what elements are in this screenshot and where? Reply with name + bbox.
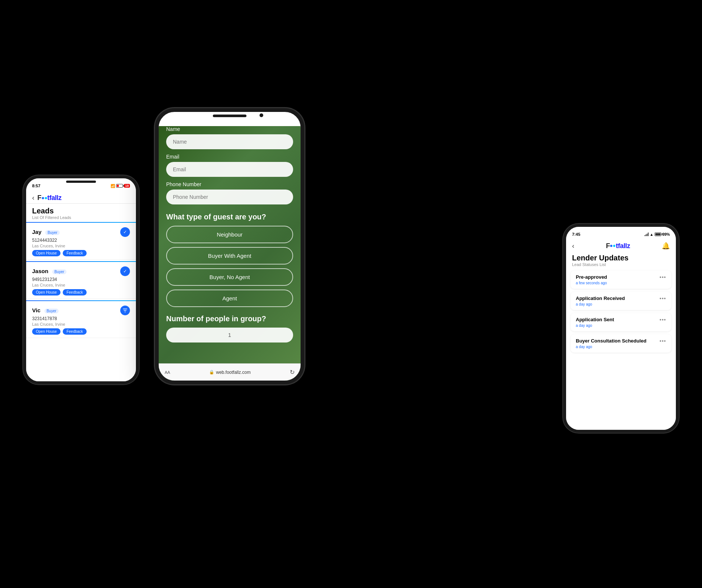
lead-name: Jason: [32, 268, 48, 274]
email-input[interactable]: [166, 162, 293, 177]
tag-open-house[interactable]: Open House: [32, 328, 60, 335]
leads-heading: Leads: [32, 207, 130, 215]
leads-subtitle: List Of Filtered Leads: [32, 215, 130, 220]
status-name: Pre-approved: [576, 274, 659, 280]
wifi-icon: ▲: [650, 232, 653, 237]
lead-location: Las Cruces, Irvine: [32, 283, 130, 287]
phone-label: Phone Number: [166, 181, 293, 187]
guest-type-title: What type of guest are you?: [166, 213, 293, 221]
status-item[interactable]: Application Sent a day ago •••: [571, 313, 671, 331]
verified-icon: [120, 306, 130, 315]
lead-phone: 5124443322: [32, 238, 130, 243]
lead-location: Las Cruces, Irvine: [32, 322, 130, 326]
group-title: Number of people in group?: [166, 315, 293, 323]
lead-location: Las Cruces, Irvine: [32, 244, 130, 248]
lead-name: Jay: [32, 229, 41, 235]
battery-icon: [116, 184, 123, 188]
lead-name: Vic: [32, 307, 40, 313]
left-status-icons: 📶 18: [111, 184, 130, 188]
right-time: 7:45: [572, 232, 580, 237]
status-name: Application Received: [576, 295, 659, 301]
back-button[interactable]: ‹: [32, 194, 34, 202]
lender-subtitle: Lead Statuses List: [572, 262, 670, 267]
lead-phone: 9491231234: [32, 277, 130, 282]
leads-divider: [26, 222, 136, 223]
leads-title-section: Leads List Of Filtered Leads: [26, 204, 136, 220]
lead-phone: 3231417878: [32, 316, 130, 321]
tag-open-house[interactable]: Open House: [32, 289, 60, 295]
signal-bars-icon: [274, 121, 278, 125]
group-input[interactable]: [166, 328, 293, 343]
tag-feedback[interactable]: Feedback: [63, 328, 87, 335]
status-item-left: Buyer Consultation Scheduled a day ago: [576, 338, 659, 349]
right-phone: 7:45 ▲ 99% ‹ F tfallz 🔔: [563, 224, 679, 433]
status-item-left: Application Received a day ago: [576, 295, 659, 306]
footfallz-logo: F tfallz: [606, 242, 630, 250]
name-input[interactable]: [166, 134, 293, 149]
battery-icon: [655, 232, 661, 236]
right-screen: ‹ F tfallz 🔔 Lender Updates Lead Statuse…: [566, 240, 676, 430]
verified-icon: ✓: [120, 227, 130, 237]
buyer-no-agent-button[interactable]: Buyer, No Agent: [166, 268, 293, 286]
center-notch-pill: [213, 115, 246, 117]
left-notch-pill: [66, 181, 96, 183]
bottom-bar: AA 🔒 web.footfallz.com ↻: [159, 363, 301, 381]
lender-heading: Lender Updates: [572, 254, 670, 262]
back-button[interactable]: ‹: [572, 242, 574, 250]
status-time: a day ago: [576, 323, 659, 328]
dots-menu[interactable]: •••: [659, 295, 666, 301]
signal-bars-icon: [644, 232, 649, 236]
status-item[interactable]: Pre-approved a few seconds ago •••: [571, 270, 671, 289]
status-name: Application Sent: [576, 317, 659, 322]
leads-divider: [26, 300, 136, 301]
left-phone: 8:57 📶 18 ‹ F tfallz Leads: [23, 175, 139, 384]
dots-menu[interactable]: •••: [659, 274, 666, 280]
dots-menu[interactable]: •••: [659, 317, 666, 323]
notification-badge: 18: [124, 184, 130, 188]
battery-percentage: 99%: [662, 232, 670, 237]
left-header: ‹ F tfallz: [26, 191, 136, 204]
center-phone: 11:38 ▲ Name Email Phone Number What typ…: [155, 108, 304, 384]
status-item[interactable]: Application Received a day ago •••: [571, 292, 671, 310]
url-section[interactable]: 🔒 web.footfallz.com: [209, 370, 251, 375]
status-name: Buyer Consultation Scheduled: [576, 338, 659, 344]
dots-menu[interactable]: •••: [659, 338, 666, 344]
lead-badge: Buyer: [52, 269, 66, 274]
verified-icon: ✓: [120, 266, 130, 276]
lead-tags: Open House Feedback: [32, 328, 130, 335]
left-time: 8:57: [32, 184, 40, 188]
lead-badge: Buyer: [45, 230, 59, 235]
lead-item[interactable]: Jay Buyer ✓ 5124443322 Las Cruces, Irvin…: [26, 224, 136, 260]
status-item-left: Pre-approved a few seconds ago: [576, 274, 659, 285]
aa-text[interactable]: AA: [165, 370, 170, 375]
battery-icon: [285, 121, 293, 125]
lead-tags: Open House Feedback: [32, 289, 130, 295]
right-status-bar: 7:45 ▲ 99%: [566, 227, 676, 240]
tag-feedback[interactable]: Feedback: [63, 250, 87, 256]
email-label: Email: [166, 154, 293, 160]
neighbour-button[interactable]: Neighbour: [166, 226, 293, 243]
bell-icon[interactable]: 🔔: [662, 242, 670, 250]
buyer-with-agent-button[interactable]: Buyer With Agent: [166, 247, 293, 265]
lead-item[interactable]: Jason Buyer ✓ 9491231234 Las Cruces, Irv…: [26, 263, 136, 299]
status-item[interactable]: Buyer Consultation Scheduled a day ago •…: [571, 334, 671, 353]
status-time: a day ago: [576, 345, 659, 349]
lead-item[interactable]: Vic Buyer 3231417878 Las Cruces, Irvine …: [26, 303, 136, 338]
wifi-icon: ▲: [279, 121, 283, 125]
footfallz-logo: F tfallz: [37, 194, 62, 202]
lead-tags: Open House Feedback: [32, 250, 130, 256]
phone-input[interactable]: [166, 190, 293, 204]
right-status-icons: ▲ 99%: [644, 232, 670, 237]
center-status-bar: 11:38 ▲: [159, 112, 301, 126]
center-status-icons: ▲: [274, 121, 293, 125]
url-text: web.footfallz.com: [216, 370, 251, 375]
lead-badge: Buyer: [44, 309, 59, 313]
lender-title-section: Lender Updates Lead Statuses List: [566, 252, 676, 268]
tag-open-house[interactable]: Open House: [32, 250, 60, 256]
center-time: 11:38: [166, 120, 178, 126]
reload-icon[interactable]: ↻: [290, 369, 295, 376]
agent-button[interactable]: Agent: [166, 290, 293, 307]
tag-feedback[interactable]: Feedback: [63, 289, 87, 295]
wifi-icon: 📶: [111, 184, 115, 188]
left-screen: ‹ F tfallz Leads List Of Filtered Leads …: [26, 191, 136, 381]
